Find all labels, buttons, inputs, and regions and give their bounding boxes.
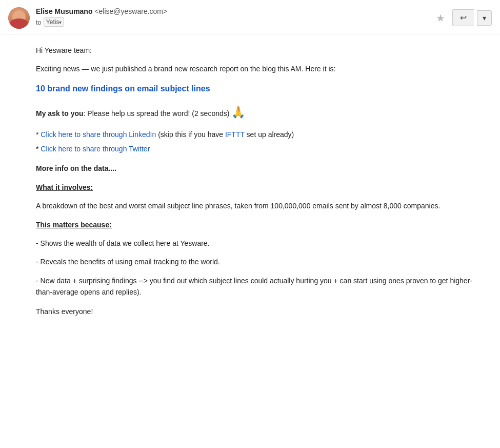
- linkedin-link[interactable]: Click here to share through LinkedIn: [41, 130, 156, 139]
- email-header: Elise Musumano <elise@yesware.com> to Ye…: [0, 0, 500, 34]
- pray-emoji: 🙏: [231, 106, 245, 119]
- more-info-heading: More info on the data....: [36, 163, 488, 174]
- twitter-link[interactable]: Click here to share through Twitter: [41, 145, 150, 153]
- sender-name: Elise Musumano: [36, 7, 92, 15]
- linkedin-after: (skip this if you have: [156, 130, 225, 139]
- what-body: A breakdown of the best and worst email …: [36, 200, 488, 211]
- ask-line: My ask to you: Please help us spread the…: [36, 103, 488, 121]
- linkedin-end: set up already): [245, 130, 294, 139]
- reply-button[interactable]: ↩: [452, 9, 474, 26]
- chevron-down-icon: ▾: [59, 20, 62, 25]
- intro-text: Exciting news — we just published a bran…: [36, 63, 488, 74]
- sender-email: <elise@yesware.com>: [94, 7, 167, 15]
- header-actions: ★ ↩ ▾: [432, 7, 492, 26]
- star-button[interactable]: ★: [432, 10, 449, 26]
- greeting: Hi Yesware team:: [36, 45, 488, 56]
- email-body: Hi Yesware team: Exciting news — we just…: [0, 34, 500, 340]
- why-title: This matters because:: [36, 219, 488, 230]
- linkedin-share-line: * Click here to share through LinkedIn (…: [36, 129, 488, 140]
- why-body-1: - Shows the wealth of data we collect he…: [36, 238, 488, 249]
- sender-info: Elise Musumano <elise@yesware.com> to Ye…: [36, 7, 432, 27]
- more-options-button[interactable]: ▾: [477, 10, 492, 26]
- ifttt-link[interactable]: IFTTT: [225, 130, 245, 139]
- thanks: Thanks everyone!: [36, 306, 488, 317]
- why-body-3: - New data + surprising findings --> you…: [36, 275, 488, 298]
- what-title: What it involves:: [36, 182, 488, 193]
- recipient-prefix: to: [36, 18, 42, 26]
- ask-bold-label: My ask to you: [36, 109, 84, 118]
- recipient-dropdown[interactable]: Yetis ▾: [44, 17, 65, 27]
- research-link[interactable]: 10 brand new findings on email subject l…: [36, 82, 488, 95]
- share-links: * Click here to share through LinkedIn (…: [36, 129, 488, 155]
- bullet-twitter: *: [36, 145, 41, 153]
- recipient-name: Yetis: [46, 18, 59, 26]
- twitter-share-line: * Click here to share through Twitter: [36, 143, 488, 154]
- recipient-line: to Yetis ▾: [36, 17, 432, 27]
- why-body-2: - Reveals the benefits of using email tr…: [36, 256, 488, 267]
- ask-text: : Please help us spread the word! (2 sec…: [84, 109, 230, 118]
- why-body: - Shows the wealth of data we collect he…: [36, 238, 488, 298]
- email-container: Elise Musumano <elise@yesware.com> to Ye…: [0, 0, 500, 448]
- avatar: [8, 7, 30, 29]
- bullet-linkedin: *: [36, 130, 41, 139]
